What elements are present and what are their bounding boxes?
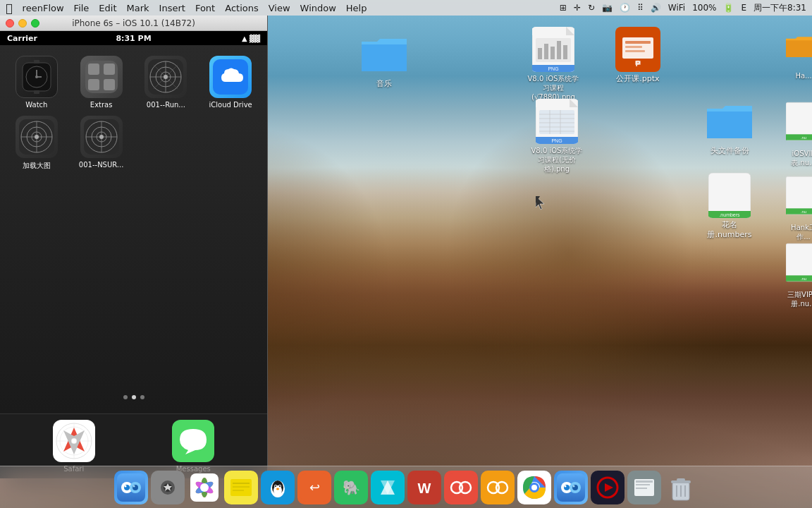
dot-2[interactable] bbox=[132, 395, 136, 399]
menu-insert[interactable]: Insert bbox=[159, 3, 185, 13]
music-folder-icon bbox=[362, 32, 407, 77]
app-load-image[interactable]: 加载大图 bbox=[7, 116, 66, 171]
desktop-v8-png1[interactable]: PNG V8.0 iOS系统学习课程(√7880).png bbox=[525, 27, 582, 102]
dock-app5[interactable]: ↩ bbox=[297, 471, 331, 504]
page-dots bbox=[7, 388, 260, 406]
svg-text:.nu: .nu bbox=[801, 210, 806, 214]
v8-png2-label: V8.0 iOS系统学习课程(无价格).png bbox=[529, 146, 585, 174]
desktop-hank-partial[interactable]: Ha... bbox=[786, 27, 812, 80]
svg-rect-57 bbox=[625, 41, 651, 44]
sanqi-vip-label: 三期VIP名册.nu... bbox=[786, 290, 812, 308]
desktop-openclass-pptx[interactable]: P 公开课.pptx bbox=[610, 27, 666, 84]
rotate-icon[interactable]: ↻ bbox=[588, 3, 595, 13]
svg-text:W: W bbox=[418, 480, 431, 496]
messages-dock-icon bbox=[172, 420, 214, 462]
menu-actions[interactable]: Actions bbox=[225, 3, 259, 13]
svg-rect-9 bbox=[104, 64, 115, 75]
hank-partial-icon bbox=[786, 27, 812, 69]
svg-rect-84 bbox=[786, 275, 812, 281]
svg-rect-106 bbox=[230, 479, 252, 496]
app-name[interactable]: reenFlow bbox=[23, 3, 64, 13]
menu-window[interactable]: Window bbox=[300, 3, 336, 13]
evernote-menubar[interactable]: E bbox=[741, 3, 746, 13]
svg-rect-52 bbox=[563, 45, 567, 59]
svg-rect-49 bbox=[544, 44, 548, 59]
svg-point-28 bbox=[35, 135, 39, 139]
dock-messages[interactable]: Messages bbox=[172, 420, 214, 473]
svg-point-117 bbox=[279, 485, 281, 487]
divider1: ⠿ bbox=[637, 3, 644, 13]
sanqi-icon: .nu bbox=[786, 240, 812, 288]
dock-quicktime[interactable] bbox=[591, 471, 625, 504]
clock-icon[interactable]: 🕐 bbox=[620, 3, 630, 13]
huamingce-label: 花名册.numbers bbox=[701, 220, 758, 241]
dock-finder2[interactable] bbox=[554, 471, 588, 504]
pptx-icon: P bbox=[615, 27, 660, 72]
menu-mark[interactable]: Mark bbox=[127, 3, 149, 13]
svg-rect-8 bbox=[88, 64, 99, 75]
dock-trash[interactable] bbox=[664, 471, 698, 504]
desktop-music-folder[interactable]: 音乐 bbox=[356, 32, 412, 89]
svg-rect-46 bbox=[532, 27, 566, 35]
hank-partial-label: Ha... bbox=[795, 71, 811, 80]
dock-launchpad[interactable] bbox=[151, 471, 185, 504]
menubar:  reenFlow File Edit Mark Insert Font Ac… bbox=[0, 0, 812, 16]
apple-menu[interactable]:  bbox=[6, 1, 13, 15]
svg-point-104 bbox=[200, 483, 209, 492]
dock-qq[interactable] bbox=[261, 471, 295, 504]
menubar-right: ⊞ ✛ ↻ 📷 🕐 ⠿ 🔊 WiFi 100% 🔋 E 周一下午8:31 bbox=[560, 2, 806, 14]
iphone-home-screen: Watch Extras bbox=[0, 45, 267, 413]
menu-font[interactable]: Font bbox=[195, 3, 215, 13]
screen-capture-icon[interactable]: ⊞ bbox=[560, 3, 567, 13]
desktop-hank-work[interactable]: .nu Hank工作... bbox=[786, 173, 812, 241]
app-icloud-drive[interactable]: iCloud Drive bbox=[201, 56, 260, 109]
dock-finder[interactable] bbox=[114, 471, 148, 504]
pptx-label: 公开课.pptx bbox=[616, 74, 659, 84]
svg-point-43 bbox=[71, 438, 77, 444]
iphone-status-bar: Carrier 8:31 PM ▲ ▓▓ bbox=[0, 31, 267, 45]
svg-text:P: P bbox=[636, 60, 641, 68]
svg-rect-50 bbox=[550, 47, 555, 59]
desktop-v8-png2[interactable]: PNG V8.0 iOS系统学习课程(无价格).png bbox=[525, 99, 589, 174]
svg-rect-48 bbox=[538, 48, 542, 59]
app-extras[interactable]: Extras bbox=[72, 56, 131, 109]
dock-stickies[interactable] bbox=[224, 471, 258, 504]
icloud-icon bbox=[209, 56, 252, 98]
svg-rect-81 bbox=[786, 208, 812, 214]
grid2-icon bbox=[16, 116, 58, 158]
dock-app9[interactable] bbox=[444, 471, 478, 504]
dot-3[interactable] bbox=[140, 395, 144, 399]
menu-view[interactable]: View bbox=[269, 3, 290, 13]
volume-icon[interactable]: 🔊 bbox=[651, 3, 661, 13]
svg-point-143 bbox=[573, 485, 575, 487]
cursor-icon: ✛ bbox=[574, 3, 581, 13]
desktop-sanqi-vip[interactable]: .nu 三期VIP名册.nu... bbox=[786, 240, 812, 308]
menu-edit[interactable]: Edit bbox=[99, 3, 116, 13]
dock-app10[interactable] bbox=[481, 471, 515, 504]
app-watch[interactable]: Watch bbox=[7, 56, 66, 109]
dock-evernote[interactable]: 🐘 bbox=[334, 471, 368, 504]
desktop-head-backup[interactable]: 头文件备份 bbox=[701, 99, 758, 156]
dock-app7[interactable] bbox=[371, 471, 405, 504]
watch-label: Watch bbox=[25, 101, 47, 109]
hank-work-label: Hank工作... bbox=[786, 223, 812, 241]
desktop-iosvip-partial[interactable]: .nu iOSVIP表.nu... bbox=[786, 99, 812, 167]
svg-rect-150 bbox=[636, 484, 650, 485]
dock-chrome[interactable] bbox=[517, 471, 551, 504]
camera-icon[interactable]: 📷 bbox=[602, 3, 613, 13]
load-image-label: 加载大图 bbox=[23, 161, 51, 171]
app-001run[interactable]: 001--Run... bbox=[137, 56, 196, 109]
datetime: 周一下午8:31 bbox=[753, 2, 806, 14]
dock-safari[interactable]: Safari bbox=[53, 420, 95, 473]
wifi-icon[interactable]: WiFi bbox=[668, 3, 685, 13]
dock-app15[interactable] bbox=[627, 471, 661, 504]
grid1-label: 001--Run... bbox=[147, 101, 185, 109]
dot-1[interactable] bbox=[123, 395, 128, 399]
menu-help[interactable]: Help bbox=[346, 3, 367, 13]
dock-photos[interactable] bbox=[187, 471, 221, 504]
menu-file[interactable]: File bbox=[74, 3, 90, 13]
svg-rect-63 bbox=[536, 99, 570, 107]
app-001nsur[interactable]: 001--NSUR... bbox=[72, 116, 131, 171]
desktop-huamingce[interactable]: .numbers 花名册.numbers bbox=[701, 173, 758, 241]
dock-wps[interactable]: W bbox=[407, 471, 441, 504]
